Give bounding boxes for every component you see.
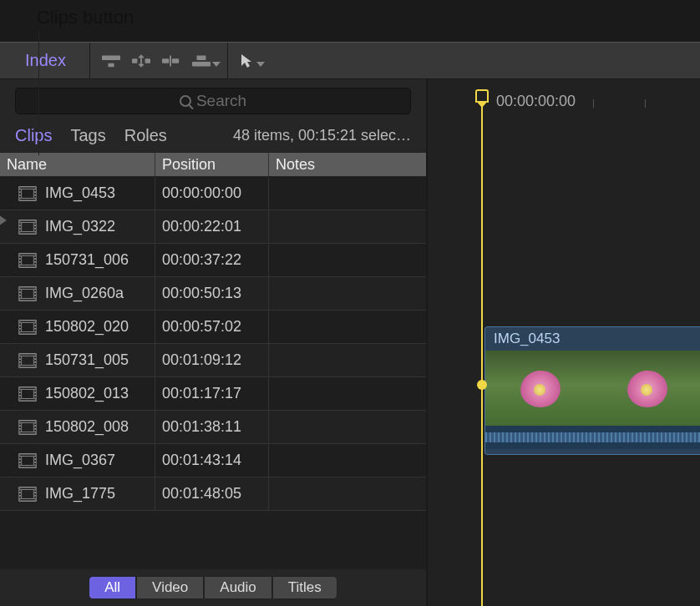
filter-titles-button[interactable]: Titles: [272, 576, 337, 599]
svg-rect-87: [34, 427, 36, 429]
table-row[interactable]: 150731_00600:00:37:22: [0, 244, 426, 277]
cell-position: 00:00:50:13: [155, 277, 269, 310]
column-header-name[interactable]: Name: [0, 153, 155, 176]
clip-thumbnail: [485, 351, 592, 426]
playhead-marker[interactable]: [477, 380, 487, 390]
svg-rect-102: [19, 492, 21, 493]
table-row[interactable]: 150802_00800:01:38:11: [0, 411, 426, 444]
svg-rect-44: [19, 297, 21, 299]
overwrite-clip-dropdown[interactable]: [192, 53, 221, 68]
insert-clip-icon[interactable]: [132, 53, 150, 68]
toolbar-separator: [227, 43, 228, 79]
table-row[interactable]: 150731_00500:01:09:12: [0, 344, 426, 377]
cell-notes: [269, 210, 426, 243]
svg-rect-40: [22, 289, 34, 298]
svg-rect-73: [19, 394, 21, 396]
svg-rect-52: [19, 325, 21, 326]
table-row[interactable]: IMG_0260a00:00:50:13: [0, 277, 426, 311]
filmstrip-icon: [18, 487, 37, 502]
svg-rect-21: [19, 221, 21, 223]
svg-rect-23: [19, 227, 21, 229]
filter-all-button[interactable]: All: [89, 576, 136, 599]
cell-name: 150802_008: [0, 411, 155, 443]
filter-audio-button[interactable]: Audio: [204, 576, 271, 599]
cell-name: IMG_0367: [0, 444, 155, 477]
table-row[interactable]: 150802_01300:01:17:17: [0, 377, 426, 411]
cell-notes: [269, 277, 426, 310]
cell-notes: [269, 444, 426, 477]
index-button[interactable]: Index: [8, 48, 83, 73]
svg-rect-1: [108, 63, 114, 67]
svg-rect-64: [19, 364, 21, 366]
table-row[interactable]: 150802_02000:00:57:02: [0, 311, 426, 344]
search-input[interactable]: Search: [15, 88, 411, 114]
filmstrip-icon: [18, 420, 37, 435]
svg-rect-22: [19, 225, 21, 226]
disclosure-caret-icon[interactable]: [0, 215, 7, 226]
cell-position: 00:00:00:00: [155, 177, 269, 210]
svg-rect-3: [145, 58, 150, 63]
svg-rect-28: [34, 230, 36, 232]
svg-rect-24: [19, 230, 21, 232]
svg-rect-30: [22, 255, 34, 265]
filmstrip-icon: [18, 253, 37, 268]
svg-rect-55: [34, 321, 36, 323]
svg-rect-41: [19, 288, 21, 290]
cell-name: 150731_005: [0, 344, 155, 376]
svg-rect-86: [34, 425, 36, 427]
timeline-viewer[interactable]: 00:00:00:00 IMG_0453: [428, 79, 700, 606]
svg-rect-61: [19, 355, 21, 356]
svg-rect-58: [34, 331, 36, 332]
cell-position: 00:00:22:01: [155, 210, 269, 243]
svg-rect-17: [34, 194, 36, 195]
filter-bar: All Video Audio Titles: [0, 569, 426, 606]
filter-video-button[interactable]: Video: [136, 576, 204, 599]
timecode-ruler[interactable]: 00:00:00:00: [428, 93, 700, 118]
cell-name: 150802_013: [0, 377, 155, 410]
svg-rect-70: [22, 389, 34, 398]
tab-tags[interactable]: Tags: [70, 126, 105, 145]
svg-rect-51: [19, 321, 21, 323]
tab-clips[interactable]: Clips: [15, 126, 52, 145]
svg-rect-94: [19, 464, 21, 466]
column-header-notes[interactable]: Notes: [269, 153, 426, 176]
cell-name: IMG_0322: [0, 210, 155, 243]
svg-rect-27: [34, 227, 36, 229]
clip-thumbnails: [485, 351, 700, 426]
filmstrip-icon: [18, 353, 37, 368]
playhead[interactable]: [481, 89, 483, 606]
timeline-clip[interactable]: IMG_0453: [484, 326, 700, 455]
svg-rect-34: [19, 264, 21, 265]
connect-clip-icon[interactable]: [102, 53, 120, 68]
svg-rect-8: [196, 55, 205, 60]
append-clip-icon[interactable]: [162, 53, 180, 68]
svg-rect-53: [19, 327, 21, 329]
table-row[interactable]: IMG_045300:00:00:00: [0, 177, 426, 210]
tab-roles[interactable]: Roles: [124, 126, 167, 145]
svg-rect-78: [34, 397, 36, 399]
cell-name: IMG_1775: [0, 477, 155, 510]
svg-rect-10: [22, 189, 34, 198]
svg-rect-96: [34, 458, 36, 460]
audio-waveform: [485, 426, 700, 449]
table-row[interactable]: IMG_036700:01:43:14: [0, 444, 426, 477]
main-toolbar: Index: [0, 43, 700, 79]
svg-rect-91: [19, 455, 21, 457]
svg-rect-80: [22, 422, 34, 432]
cell-position: 00:01:38:11: [155, 411, 269, 443]
cell-notes: [269, 311, 426, 343]
table-row[interactable]: IMG_177500:01:48:05: [0, 477, 426, 511]
svg-rect-18: [34, 197, 36, 199]
svg-rect-6: [170, 55, 171, 66]
svg-rect-83: [19, 427, 21, 429]
table-row[interactable]: IMG_032200:00:22:01: [0, 210, 426, 244]
filmstrip-icon: [18, 220, 37, 235]
svg-rect-56: [34, 325, 36, 326]
svg-rect-35: [34, 255, 36, 256]
svg-rect-107: [34, 494, 36, 496]
selection-status: 48 items, 00:15:21 selec…: [233, 127, 411, 144]
svg-rect-32: [19, 258, 21, 260]
column-header-position[interactable]: Position: [155, 153, 269, 176]
select-tool-dropdown[interactable]: [240, 53, 265, 69]
svg-rect-71: [19, 388, 21, 390]
